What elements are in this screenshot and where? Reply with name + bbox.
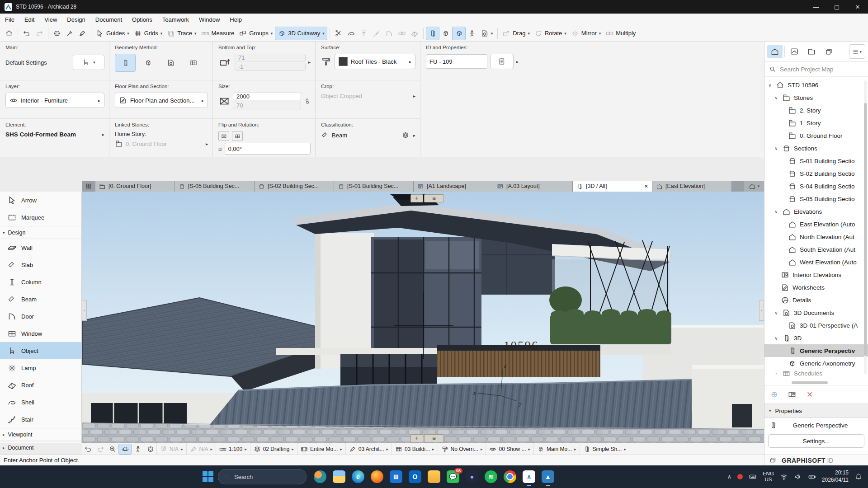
tab-east-elevation[interactable]: [East Elevation] (652, 181, 732, 192)
taskbar-app-outlook[interactable]: O (409, 470, 421, 483)
menu-options[interactable]: Options (127, 16, 157, 23)
properties-button[interactable] (490, 54, 514, 69)
shadow-segment[interactable]: Simple Sh...▸ (580, 443, 629, 455)
tab-s02-section[interactable]: [S-02 Building Sec... (255, 181, 334, 192)
settings-button[interactable]: Settings... (768, 434, 864, 448)
crop-expand[interactable]: ▸ (413, 94, 415, 99)
element-id-field[interactable]: FU - 109 (426, 54, 487, 69)
taskbar-app-wechat[interactable]: 💬98 (447, 470, 459, 483)
drag-button[interactable]: Drag▾ (500, 27, 532, 40)
menu-view[interactable]: View (39, 16, 62, 23)
taskbar-app-koi[interactable] (314, 470, 326, 483)
navigator-search[interactable]: Search Project Map (764, 62, 868, 77)
zoom-in-icon[interactable] (106, 444, 118, 454)
default-settings-button[interactable]: ▾ (73, 55, 104, 70)
walkthrough-button[interactable] (466, 27, 478, 40)
structure-display-segment[interactable]: Entire Mo...▸ (297, 443, 345, 455)
taskbar-app-dark[interactable]: ● (466, 470, 478, 483)
trim-button[interactable] (370, 27, 383, 40)
explore-icon[interactable] (144, 444, 156, 454)
geometry-method-3-button[interactable] (161, 54, 181, 71)
scale-segment[interactable]: 1:100▸ (216, 443, 250, 455)
link-icon[interactable] (304, 96, 311, 107)
tree-item-s01[interactable]: S-01 Building Sectio (764, 155, 868, 167)
tree-item-worksheets[interactable]: Worksheets (764, 281, 868, 294)
properties-header[interactable]: ▾ Properties (764, 404, 868, 418)
toolbox-group-viewpoint[interactable]: ▸Viewpoint (0, 428, 81, 441)
clock[interactable]: 20:152026/04/11 (822, 469, 849, 483)
size-width-field[interactable]: 2000 (233, 93, 301, 100)
tree-item-east-elevation[interactable]: East Elevation (Auto (764, 218, 868, 230)
tree-item-generic-perspective[interactable]: Generic Perspectiv (764, 344, 868, 357)
tool-roof[interactable]: Roof (0, 376, 81, 394)
minimize-icon[interactable]: — (806, 0, 826, 14)
element-expand[interactable]: ▸ (102, 132, 104, 137)
tree-item-s02[interactable]: S-02 Building Sectio (764, 167, 868, 180)
cutaway-handle-move-bottom[interactable]: ✛ (410, 434, 423, 442)
measure-button[interactable]: Measure (199, 27, 237, 40)
flip-x-checkbox[interactable] (218, 131, 229, 141)
show-all-3d-button[interactable] (439, 27, 452, 40)
taskbar-app-firefox[interactable] (371, 470, 383, 483)
tree-item-s04[interactable]: S-04 Building Sectio (764, 180, 868, 192)
tree-item-project-root[interactable]: ∨STD 10596 (764, 79, 868, 91)
floorplan-section-button[interactable]: Floor Plan and Section...▸ (115, 93, 208, 108)
tree-item-details[interactable]: Details (764, 294, 868, 306)
geometry-method-4-button[interactable] (184, 54, 203, 71)
toolbox-group-document[interactable]: ▸Document (0, 441, 81, 454)
3d-viewport[interactable]: 10596 z x y ✛ ⊟ ✛ ⊟ ‹ › (82, 192, 764, 443)
tree-h-scrollbar[interactable] (792, 381, 828, 384)
close-icon[interactable]: ✕ (847, 0, 868, 14)
model-view-segment[interactable]: 03 Buildi...▸ (392, 443, 438, 455)
graphic-override-segment[interactable]: No Overri...▸ (438, 443, 486, 455)
project-map-icon[interactable] (767, 45, 783, 58)
tree-item-elevations[interactable]: ∨Elevations (764, 205, 868, 218)
taskbar-app-spotify[interactable]: ≋ (485, 470, 497, 483)
tab-close-icon[interactable]: ✕ (644, 183, 648, 189)
tool-beam[interactable]: Beam (0, 291, 81, 308)
navigator-menu-icon[interactable]: ▸ (849, 44, 865, 59)
3d-style-button[interactable]: ▾ (478, 27, 495, 40)
grids-button[interactable]: Grids▾ (132, 27, 165, 40)
tree-item-3d-documents[interactable]: ∨3D Documents (764, 306, 868, 319)
graphisoft-id-bar[interactable]: GRAPHISOFT ID (764, 455, 868, 465)
tray-keyboard-icon[interactable] (749, 473, 757, 481)
groups-button[interactable]: Groups▾ (236, 27, 275, 40)
tool-column[interactable]: Column (0, 273, 81, 291)
size-height-field[interactable]: 70 (233, 102, 301, 109)
tree-item-story-1[interactable]: 1. Story (764, 117, 868, 129)
pen-na-segment[interactable]: N/A▸ (186, 443, 216, 455)
view-settings-icon[interactable] (788, 390, 797, 399)
design-option-segment[interactable]: Main Mo...▸ (533, 443, 580, 455)
menu-teamwork[interactable]: Teamwork (157, 16, 194, 23)
geometry-method-1-button[interactable] (115, 54, 136, 72)
menu-edit[interactable]: Edit (19, 16, 39, 23)
wifi-icon[interactable] (780, 473, 788, 481)
back-icon[interactable] (82, 444, 94, 454)
fillet-button[interactable] (383, 27, 396, 40)
classification-expand[interactable]: ▸ (413, 133, 415, 138)
taskbar-app-chrome[interactable] (504, 470, 516, 483)
pen-set-segment[interactable]: 03 Archit...▸ (345, 443, 392, 455)
tree-item-west-elevation[interactable]: West Elevation (Auto (764, 256, 868, 268)
taskbar-app-store[interactable]: ⊞ (390, 470, 402, 483)
tab-overview-button[interactable] (82, 181, 95, 192)
tab-s01-section[interactable]: [S-01 Building Sec... (334, 181, 414, 192)
adjust-button[interactable] (345, 27, 358, 40)
cutaway-handle-plane-bottom[interactable]: ⊟ (424, 434, 444, 442)
tree-item-south-elevation[interactable]: South Elevation (Aut (764, 243, 868, 256)
element-id-button[interactable] (51, 27, 63, 40)
layer-button[interactable]: Interior - Furniture▸ (5, 93, 104, 108)
tree-item-sections[interactable]: ∨Sections (764, 142, 868, 155)
menu-document[interactable]: Document (90, 16, 127, 23)
language-indicator[interactable]: ENGUS (763, 471, 774, 483)
show-selection-3d-button[interactable] (426, 27, 439, 40)
start-button[interactable] (203, 471, 213, 482)
tree-scrollbar[interactable] (864, 80, 867, 374)
tool-shell[interactable]: Shell (0, 394, 81, 411)
menu-file[interactable]: File (0, 16, 19, 23)
taskbar-app-archicad[interactable]: ∧ (523, 470, 535, 483)
tray-chevron-icon[interactable]: ∧ (727, 474, 731, 480)
right-palette-grip[interactable]: › (759, 300, 764, 321)
surface-button[interactable]: Roof Tiles - Black▸ (335, 54, 415, 69)
